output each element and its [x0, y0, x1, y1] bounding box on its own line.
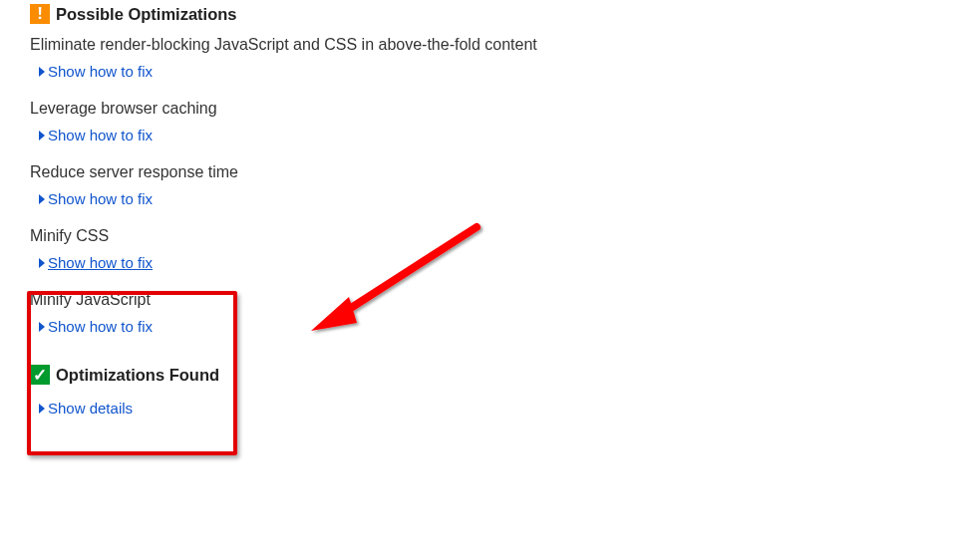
optimization-item-title: Eliminate render-blocking JavaScript and… — [30, 36, 967, 54]
optimizations-found-header: ✓ Optimizations Found — [30, 365, 967, 385]
show-how-to-fix-toggle[interactable]: Show how to fix — [39, 315, 153, 343]
optimization-item-title: Minify CSS — [30, 227, 967, 245]
optimizations-found-title: Optimizations Found — [56, 366, 219, 385]
optimization-item: Reduce server response time Show how to … — [30, 163, 967, 215]
triangle-right-icon — [39, 67, 45, 77]
possible-optimizations-title: Possible Optimizations — [56, 5, 237, 24]
triangle-right-icon — [39, 258, 45, 268]
show-details-toggle[interactable]: Show details — [39, 397, 133, 424]
show-how-to-fix-toggle[interactable]: Show how to fix — [39, 124, 153, 151]
show-how-to-fix-link[interactable]: Show how to fix — [48, 318, 153, 335]
checkmark-icon: ✓ — [30, 365, 50, 385]
show-how-to-fix-link[interactable]: Show how to fix — [48, 254, 153, 271]
triangle-right-icon — [39, 404, 45, 414]
triangle-right-icon — [39, 131, 45, 140]
show-how-to-fix-toggle[interactable]: Show how to fix — [39, 60, 153, 88]
optimization-item-title: Reduce server response time — [30, 163, 967, 181]
optimization-item-title: Leverage browser caching — [30, 100, 967, 118]
show-how-to-fix-link[interactable]: Show how to fix — [48, 127, 153, 143]
show-how-to-fix-toggle[interactable]: Show how to fix — [39, 251, 153, 279]
warning-icon: ! — [30, 4, 50, 24]
optimization-item-minify-js: Minify JavaScript Show how to fix — [30, 291, 967, 343]
show-how-to-fix-link[interactable]: Show how to fix — [48, 63, 153, 80]
triangle-right-icon — [39, 322, 45, 332]
optimization-item: Eliminate render-blocking JavaScript and… — [30, 36, 967, 88]
optimization-item-minify-css: Minify CSS Show how to fix — [30, 227, 967, 279]
optimization-item: Leverage browser caching Show how to fix — [30, 100, 967, 151]
show-details-link[interactable]: Show details — [48, 400, 133, 417]
show-how-to-fix-link[interactable]: Show how to fix — [48, 190, 153, 207]
show-how-to-fix-toggle[interactable]: Show how to fix — [39, 187, 153, 215]
possible-optimizations-header: ! Possible Optimizations — [30, 4, 967, 24]
optimization-item-title: Minify JavaScript — [30, 291, 967, 309]
triangle-right-icon — [39, 194, 45, 204]
